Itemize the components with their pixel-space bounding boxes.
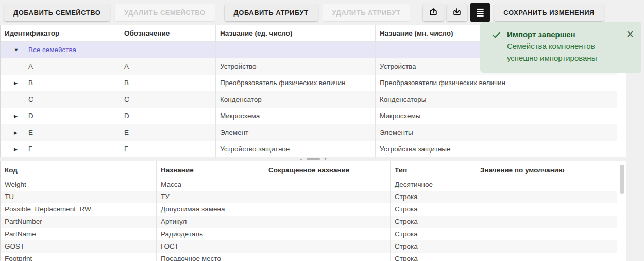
default-value-cell <box>476 240 617 253</box>
export-button[interactable] <box>447 4 467 21</box>
name-cell: Масса <box>157 178 264 191</box>
list-icon <box>475 7 485 18</box>
type-cell: Строка <box>391 240 476 253</box>
table-row[interactable]: ▶ E E Элемент Элементы <box>1 124 626 141</box>
import-toast: Импорт завершен Семейства компонентов ус… <box>480 22 641 73</box>
splitter-bar <box>307 158 320 160</box>
name-cell: ТУ <box>157 191 264 203</box>
identifier-cell: B <box>28 75 33 91</box>
column-header-designation[interactable]: Обозначение <box>120 25 216 42</box>
toolbar: ДОБАВИТЬ СЕМЕЙСТВО УДАЛИТЬ СЕМЕЙСТВО ДОБ… <box>0 0 644 25</box>
splitter-down-icon: ▼ <box>324 157 327 161</box>
short-name-cell <box>264 203 391 216</box>
designation-cell: A <box>120 58 216 75</box>
table-row[interactable]: Footprint Посадочное место Строка <box>1 253 626 261</box>
table-row[interactable]: ▶ B B Преобразователь физических величин… <box>1 75 626 91</box>
table-row[interactable]: C C Конденсатор Конденсаторы <box>1 91 626 108</box>
save-changes-button[interactable]: СОХРАНИТЬ ИЗМЕНЕНИЯ <box>494 4 604 21</box>
column-header-default-value[interactable]: Значение по умолчанию <box>476 161 617 178</box>
splitter-handle[interactable]: ▲ ▼ <box>299 157 327 161</box>
vertical-scrollbar[interactable] <box>620 165 624 194</box>
toast-message-line2: успешно импортированы <box>507 52 623 64</box>
close-icon[interactable]: ✕ <box>623 28 634 73</box>
row-gutter <box>617 75 626 91</box>
table-row[interactable]: TU ТУ Строка <box>1 191 626 203</box>
name-singular-cell: Конденсатор <box>216 91 376 108</box>
name-plural-cell: Устройства защитные <box>376 141 617 157</box>
log-panel-button[interactable] <box>470 3 490 22</box>
expand-icon[interactable]: ▶ <box>14 75 28 91</box>
splitter-up-icon: ▲ <box>299 157 303 161</box>
identifier-cell: A <box>28 58 33 75</box>
name-cell: Радиодеталь <box>157 228 264 240</box>
name-cell: Посадочное место <box>157 253 264 261</box>
row-gutter <box>617 253 626 261</box>
panel-splitter: ▲ ▼ <box>0 157 626 161</box>
code-cell: Possible_Replacement_RW <box>1 203 157 216</box>
short-name-cell <box>264 178 391 191</box>
delete-family-button[interactable]: УДАЛИТЬ СЕМЕЙСТВО <box>115 4 214 21</box>
column-header-short-name[interactable]: Сокращенное название <box>264 161 391 178</box>
short-name-cell <box>264 240 391 253</box>
type-cell: Десятичное <box>391 178 476 191</box>
expand-icon[interactable]: ▶ <box>14 108 28 124</box>
identifier-cell: F <box>28 141 32 157</box>
default-value-cell <box>476 203 617 216</box>
import-button[interactable] <box>423 4 444 21</box>
table-row[interactable]: GOST ГОСТ Строка <box>1 240 626 253</box>
name-cell: Артикул <box>157 216 264 228</box>
default-value-cell <box>476 216 617 228</box>
designation-cell: D <box>120 108 216 124</box>
expand-icon[interactable]: ▶ <box>14 141 28 157</box>
collapse-icon[interactable]: ▼ <box>14 42 28 58</box>
identifier-cell: D <box>28 108 33 124</box>
table-row[interactable]: PartNumber Артикул Строка <box>1 216 626 228</box>
row-gutter <box>617 91 626 108</box>
code-cell: Weight <box>1 178 157 191</box>
column-header-type[interactable]: Тип <box>391 161 476 178</box>
add-attribute-button[interactable]: ДОБАВИТЬ АТРИБУТ <box>225 4 318 21</box>
type-cell: Строка <box>391 228 476 240</box>
designation-cell: F <box>120 141 216 157</box>
row-gutter <box>617 228 626 240</box>
name-plural-cell: Микросхемы <box>376 108 617 124</box>
table-row[interactable]: PartName Радиодеталь Строка <box>1 228 626 240</box>
attributes-table-header: Код Название Сокращенное название Тип Зн… <box>1 161 626 178</box>
row-gutter <box>617 108 626 124</box>
expand-icon[interactable]: ▶ <box>14 124 28 141</box>
name-singular-cell <box>216 42 376 58</box>
short-name-cell <box>264 216 391 228</box>
table-row[interactable]: ▶ D D Микросхема Микросхемы <box>1 108 626 124</box>
type-cell: Строка <box>391 203 476 216</box>
row-gutter <box>617 124 626 141</box>
type-cell: Строка <box>391 253 476 261</box>
table-row[interactable]: Weight Масса Десятичное <box>1 178 626 191</box>
column-header-name[interactable]: Название <box>157 161 264 178</box>
default-value-cell <box>476 191 617 203</box>
add-family-button[interactable]: ДОБАВИТЬ СЕМЕЙСТВО <box>4 4 110 21</box>
column-header-name-singular[interactable]: Название (ед. число) <box>216 25 376 42</box>
default-value-cell <box>476 178 617 191</box>
identifier-cell: Все семейства <box>28 42 76 58</box>
type-cell: Строка <box>391 191 476 203</box>
short-name-cell <box>264 253 391 261</box>
name-plural-cell: Конденсаторы <box>376 91 617 108</box>
table-row[interactable]: ▶ F F Устройство защитное Устройства защ… <box>1 141 626 157</box>
name-singular-cell: Преобразователь физических величин <box>216 75 376 91</box>
column-header-code[interactable]: Код <box>1 161 157 178</box>
designation-cell: B <box>120 75 216 91</box>
column-header-identifier[interactable]: Идентификатор <box>1 25 120 42</box>
code-cell: GOST <box>1 240 157 253</box>
table-row[interactable]: Possible_Replacement_RW Допустимая замен… <box>1 203 626 216</box>
name-cell: ГОСТ <box>157 240 264 253</box>
code-cell: TU <box>1 191 157 203</box>
code-cell: PartNumber <box>1 216 157 228</box>
name-singular-cell: Устройство защитное <box>216 141 376 157</box>
name-singular-cell: Микросхема <box>216 108 376 124</box>
type-cell: Строка <box>391 216 476 228</box>
code-cell: PartName <box>1 228 157 240</box>
toast-title: Импорт завершен <box>507 28 623 40</box>
check-icon <box>492 28 507 73</box>
delete-attribute-button[interactable]: УДАЛИТЬ АТРИБУТ <box>323 4 410 21</box>
row-gutter <box>617 203 626 216</box>
